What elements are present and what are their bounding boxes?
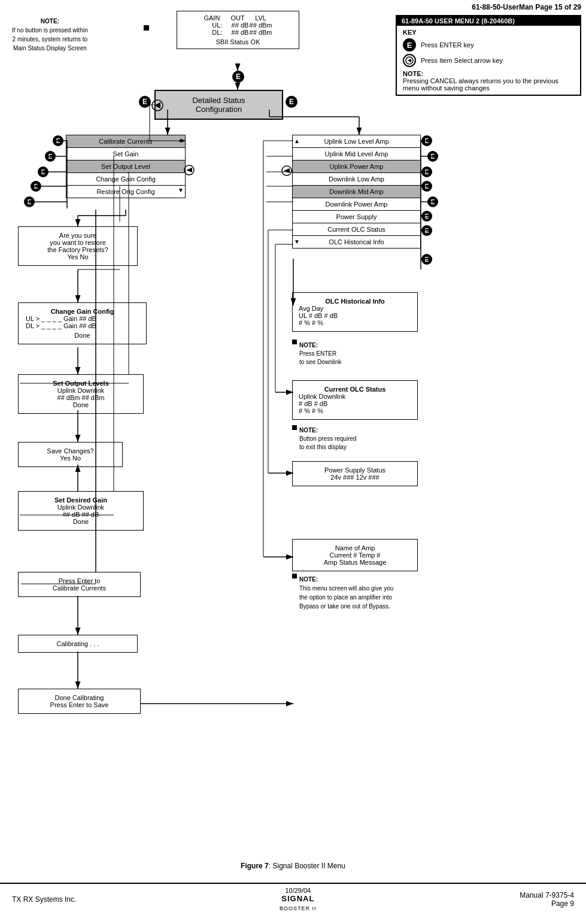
- key-note-text: Pressing CANCEL always returns you to th…: [403, 77, 558, 92]
- rm-uplink-power[interactable]: Uplink Power Amp: [292, 160, 421, 173]
- lvl-label: LVL: [250, 14, 272, 22]
- rm-current-olc[interactable]: Current OLC Status: [292, 223, 421, 236]
- e-lm-1: E: [45, 151, 56, 162]
- dialog-set-gain: Set Desired Gain Uplink Downlink ## dB #…: [18, 491, 144, 531]
- e-rm-5: E: [421, 211, 432, 222]
- note-bullet: [144, 25, 149, 31]
- manual-info: Manual 7-9375-4 Page 9: [520, 891, 574, 908]
- left-menu: Calibrate Currents ▲ Set Gain Set Output…: [66, 135, 186, 198]
- dialog-press-calibrate: Press Enter to Calibrate Currents: [18, 572, 141, 597]
- menu-item-set-output[interactable]: Set Output Level: [66, 160, 186, 173]
- dl-out: ## dBm: [250, 29, 272, 36]
- svg-marker-3: [154, 102, 160, 108]
- sbii-status-box: GAIN OUT LVL UL: ## dB ## dBm DL: ## dB …: [177, 11, 299, 49]
- key-box-title: 61-89A-50 USER MENU 2 (8-20460B): [397, 16, 580, 26]
- key-note-label: NOTE:: [403, 70, 423, 77]
- menu-item-set-gain[interactable]: Set Gain: [66, 148, 186, 160]
- gain-label: GAIN: [204, 14, 230, 22]
- dialog-set-output: Set Output Levels Uplink Downlink ## dBm…: [18, 374, 144, 414]
- e-circle-ds-left: E: [139, 96, 151, 108]
- enter-key-icon: E: [403, 38, 416, 51]
- e-rm-1: E: [427, 151, 438, 162]
- rm-downlink-mid[interactable]: Downlink Mid Amp: [292, 186, 421, 198]
- sbii-status: SBII Status OK: [183, 38, 293, 46]
- menu-item-calibrate[interactable]: Calibrate Currents ▲: [66, 135, 186, 148]
- company-date: 10/29/04: [280, 887, 317, 894]
- svg-marker-1: [408, 59, 411, 62]
- dl-label: DL:: [204, 29, 230, 36]
- note-olc-hist: NOTE: Press ENTER to see Downlink: [299, 341, 342, 366]
- right-menu: ▲ Uplink Low Level Amp Uplink Mid Level …: [292, 135, 421, 249]
- key-subtitle: KEY: [403, 29, 574, 36]
- e-circle-ds-right: E: [286, 96, 297, 108]
- e-lm-4: E: [24, 196, 35, 207]
- svg-marker-5: [186, 168, 192, 172]
- menu-item-change-gain[interactable]: Change Gain Config: [66, 173, 186, 186]
- e-rm-olc: E: [421, 254, 432, 265]
- e-lm-3: E: [31, 181, 41, 192]
- svg-marker-7: [284, 168, 290, 173]
- bullet-amp: [292, 574, 297, 578]
- rm-downlink-power[interactable]: Downlink Power Amp: [292, 198, 421, 211]
- detailed-status-line1: Detailed Status: [159, 96, 278, 105]
- rm-uplink-mid[interactable]: Uplink Mid Level Amp: [292, 148, 421, 160]
- footer: TX RX Systems Inc. 10/29/04 SIGNALBOOSTE…: [0, 883, 586, 915]
- signal-logo: SIGNALBOOSTER II: [280, 894, 317, 912]
- dialog-restore: Are you sure you want to restore the Fac…: [18, 226, 138, 266]
- dialog-power-supply: Power Supply Status 24v ### 12v ###: [292, 461, 418, 486]
- e-lm-2: E: [38, 166, 48, 177]
- detailed-status-line2: Configuration: [159, 105, 278, 114]
- note-amp: NOTE: This menu screen will also give yo…: [299, 575, 431, 611]
- bullet-current-olc: [292, 425, 297, 430]
- ul-label: UL:: [204, 22, 230, 29]
- dialog-done-calibrating: Done Calibrating Press Enter to Save: [18, 689, 141, 714]
- dialog-save-changes: Save Changes? Yes No: [18, 442, 123, 467]
- select-rm-2: [281, 165, 292, 176]
- ul-out: ## dBm: [250, 22, 272, 29]
- select-key-label: Press Item Select arrow key: [421, 57, 503, 64]
- detailed-status-box: Detailed Status Configuration: [154, 90, 283, 120]
- e-lm-0: E: [53, 135, 63, 146]
- rm-olc-hist[interactable]: OLC Historical Info ▼: [292, 236, 421, 249]
- dialog-current-olc: Current OLC Status Uplink Downlink # dB …: [292, 380, 418, 420]
- e-rm-4: E: [427, 196, 438, 207]
- out-label: OUT: [230, 14, 249, 22]
- e-rm-3: E: [421, 181, 432, 192]
- page-title: 61-88-50-UserMan Page 15 of 29: [472, 3, 581, 11]
- dialog-olc-hist: OLC Historical Info Avg Day UL # dB # dB…: [292, 292, 418, 332]
- note-topleft: NOTE: If no button is pressed within 2 m…: [12, 17, 88, 53]
- dl-gain: ## dB: [230, 29, 249, 36]
- e-rm-2: E: [421, 166, 432, 177]
- note-current-olc: NOTE: Button press required to exit this…: [299, 426, 357, 452]
- rm-uplink-low[interactable]: ▲ Uplink Low Level Amp: [292, 135, 421, 148]
- dialog-calibrating: Calibrating . . .: [18, 635, 138, 653]
- enter-key-label: Press ENTER key: [421, 41, 474, 49]
- e-rm-0: E: [421, 135, 432, 146]
- select-lm-2: [184, 165, 195, 175]
- bullet-olc-hist: [292, 340, 297, 344]
- dialog-change-gain: Change Gain Config UL > _ _ _ _ Gain ## …: [18, 302, 147, 344]
- menu-item-restore[interactable]: Restore Orig Config ▼: [66, 186, 186, 198]
- e-circle-sbii: E: [232, 71, 244, 83]
- rm-power-supply[interactable]: Power Supply: [292, 211, 421, 223]
- company-name: TX RX Systems Inc.: [12, 895, 76, 904]
- dialog-amp-info: Name of Amp Current # Temp # Amp Status …: [292, 539, 418, 571]
- key-box: 61-89A-50 USER MENU 2 (8-20460B) KEY E P…: [396, 15, 581, 96]
- rm-downlink-low[interactable]: Downlink Low Amp: [292, 173, 421, 186]
- figure-caption: Figure 7: Signal Booster II Menu: [0, 862, 586, 870]
- ul-gain: ## dB: [230, 22, 249, 29]
- select-key-icon: [403, 54, 416, 67]
- e-rm-6: E: [421, 225, 432, 236]
- select-arrow-ds: [151, 99, 163, 111]
